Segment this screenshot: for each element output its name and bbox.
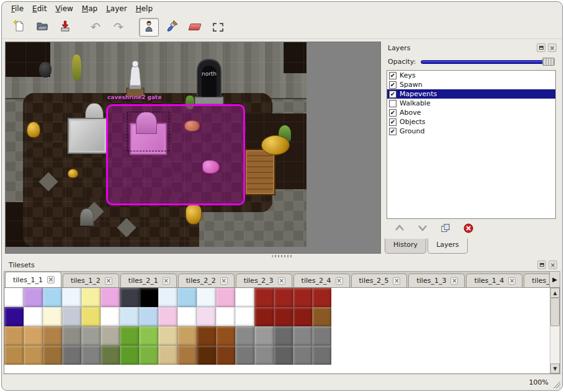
lower-layer-button[interactable] [416, 223, 429, 235]
tile[interactable] [274, 307, 293, 326]
tile[interactable] [139, 326, 158, 345]
layer-row-ground[interactable]: ✔ Ground [387, 127, 555, 136]
close-tab-icon[interactable]: × [393, 277, 400, 285]
close-tab-icon[interactable]: × [336, 277, 343, 285]
raise-layer-button[interactable] [393, 223, 406, 235]
close-tab-icon[interactable]: × [163, 277, 170, 285]
tileset-tab[interactable]: tiles_2_3 × [236, 274, 292, 287]
menu-map[interactable]: Map [78, 2, 102, 15]
layer-row-above[interactable]: ✔ Above [387, 108, 555, 117]
new-map-button[interactable] [9, 18, 29, 37]
tile[interactable] [216, 345, 235, 365]
tile[interactable] [312, 326, 331, 345]
scroll-tabs-right-button[interactable]: ▶ [549, 272, 560, 287]
close-tab-icon[interactable]: × [508, 277, 516, 285]
tile[interactable] [120, 345, 139, 365]
tile[interactable] [158, 326, 177, 345]
tile[interactable] [274, 345, 293, 365]
tile[interactable] [81, 326, 101, 345]
tile[interactable] [101, 345, 120, 365]
layer-visibility-checkbox[interactable]: ✔ [389, 81, 396, 89]
tile[interactable] [197, 307, 216, 326]
tileset-tab[interactable]: tiles_2_1 × [120, 274, 177, 287]
tile[interactable] [62, 326, 81, 345]
map-canvas[interactable]: north caveshrine2 gate [6, 42, 307, 247]
tile[interactable] [158, 345, 177, 365]
opacity-slider-handle[interactable] [542, 58, 555, 66]
tile[interactable] [101, 326, 120, 345]
tile[interactable] [120, 288, 139, 307]
tile[interactable] [216, 307, 235, 326]
layer-list[interactable]: ✔ Keys ✔ Spawn ✔ Mapevents Walkable ✔ [387, 70, 556, 219]
menu-view[interactable]: View [51, 2, 77, 15]
tileset-tab[interactable]: tiles_1_4 × [466, 274, 522, 287]
tile[interactable] [4, 288, 24, 307]
save-map-button[interactable] [55, 18, 75, 37]
tile[interactable] [43, 288, 62, 307]
tile[interactable] [120, 307, 139, 326]
close-tab-icon[interactable]: × [220, 277, 228, 285]
tile[interactable] [254, 288, 274, 307]
tile[interactable] [24, 307, 43, 326]
tab-layers[interactable]: Layers [427, 238, 467, 254]
tile[interactable] [101, 307, 120, 326]
brush-tool-button[interactable] [162, 18, 182, 37]
tile[interactable] [312, 307, 331, 326]
tile[interactable] [158, 288, 177, 307]
tile[interactable] [4, 326, 24, 345]
menu-edit[interactable]: Edit [28, 2, 51, 15]
scrollbar-thumb[interactable] [550, 298, 560, 326]
layer-row-spawn[interactable]: ✔ Spawn [387, 80, 555, 89]
tile[interactable] [158, 307, 177, 326]
tile[interactable] [62, 307, 81, 326]
tile[interactable] [4, 345, 24, 365]
tile[interactable] [139, 288, 158, 307]
tileset-tab[interactable]: tiles_1_2 × [63, 274, 119, 287]
menu-file[interactable]: File [7, 2, 28, 15]
map-view[interactable]: north caveshrine2 gate [5, 42, 381, 254]
tile[interactable] [216, 288, 235, 307]
tile[interactable] [24, 288, 43, 307]
undo-button[interactable]: ↶ [86, 18, 105, 37]
tile[interactable] [43, 307, 62, 326]
tile[interactable] [274, 288, 293, 307]
open-map-button[interactable] [32, 18, 52, 37]
close-panel-button[interactable]: × [548, 261, 557, 269]
tile[interactable] [139, 307, 158, 326]
tile[interactable] [4, 307, 24, 326]
layer-row-keys[interactable]: ✔ Keys [387, 71, 555, 80]
tile[interactable] [216, 326, 235, 345]
layer-visibility-checkbox[interactable]: ✔ [389, 72, 396, 79]
tile[interactable] [274, 326, 293, 345]
tileset-scrollbar[interactable]: ▲ ▼ [550, 288, 560, 373]
tile[interactable] [177, 326, 197, 345]
close-tab-icon[interactable]: × [105, 277, 112, 285]
tile[interactable] [235, 307, 254, 326]
tile[interactable] [43, 326, 62, 345]
tile[interactable] [254, 345, 274, 365]
tile[interactable] [24, 345, 43, 365]
tile[interactable] [81, 307, 101, 326]
layer-row-objects[interactable]: ✔ Objects [387, 117, 555, 127]
tile[interactable] [293, 326, 312, 345]
tile[interactable] [101, 288, 120, 307]
layer-row-walkable[interactable]: Walkable [387, 99, 555, 108]
tile[interactable] [293, 307, 312, 326]
tile[interactable] [177, 288, 197, 307]
tileset-tab[interactable]: tiles_2_5 × [351, 274, 408, 287]
layer-visibility-checkbox[interactable]: ✔ [389, 109, 396, 117]
tileset-tab[interactable]: tiles_1_1 × [5, 272, 61, 287]
tile[interactable] [177, 307, 197, 326]
delete-layer-button[interactable] [462, 223, 475, 235]
tile[interactable] [312, 345, 331, 365]
tileset-grid[interactable] [4, 288, 331, 373]
tile[interactable] [24, 326, 43, 345]
close-tab-icon[interactable]: × [450, 277, 458, 285]
tileset-tab[interactable]: tiles_1_3 × [408, 274, 465, 287]
tab-history[interactable]: History [385, 239, 426, 254]
tile[interactable] [197, 345, 216, 365]
menu-layer[interactable]: Layer [102, 2, 131, 15]
splitter[interactable] [2, 254, 562, 259]
scroll-down-button[interactable]: ▼ [550, 363, 560, 373]
tile[interactable] [81, 288, 101, 307]
